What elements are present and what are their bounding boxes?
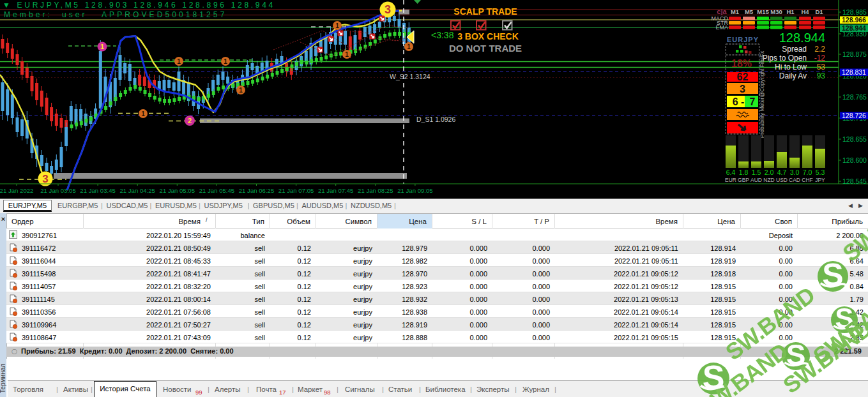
svg-text:128.875: 128.875 [842, 50, 867, 58]
svg-text:128.765: 128.765 [842, 93, 867, 101]
svg-text:Spread: Spread [782, 45, 807, 54]
svg-text:7.0: 7.0 [803, 169, 812, 176]
svg-text:USD: USD [776, 177, 788, 183]
svg-text:6.4: 6.4 [726, 169, 736, 176]
svg-text:128.966: 128.966 [842, 16, 866, 24]
svg-text:62: 62 [737, 71, 749, 82]
svg-text:W_S2 1.3124: W_S2 1.3124 [390, 73, 430, 80]
svg-text:3 BOX CHECK: 3 BOX CHECK [457, 31, 519, 41]
svg-text:Daily Av: Daily Av [779, 71, 807, 80]
svg-text:1: 1 [177, 58, 181, 65]
svg-text:128.831: 128.831 [842, 68, 866, 76]
svg-text:Hi to Low: Hi to Low [775, 63, 807, 71]
svg-text:6 -: 6 - [733, 96, 745, 107]
svg-text:H4: H4 [801, 8, 809, 15]
svg-text:D1: D1 [815, 8, 823, 15]
svg-text:3: 3 [42, 173, 48, 185]
svg-text:EURJPY: EURJPY [727, 36, 759, 43]
svg-text:1: 1 [345, 51, 349, 58]
svg-text:SCALP TRADE: SCALP TRADE [453, 6, 517, 17]
svg-text:21 Jan 03:05: 21 Jan 03:05 [40, 187, 75, 194]
svg-text:EUR: EUR [725, 177, 736, 183]
svg-text:AUD: AUD [750, 177, 762, 183]
svg-text:3: 3 [385, 3, 391, 16]
svg-text:GBP: GBP [738, 177, 749, 183]
svg-text:3: 3 [740, 84, 745, 94]
svg-text:-12: -12 [814, 54, 826, 63]
svg-text:2.2: 2.2 [814, 45, 825, 54]
svg-text:M1: M1 [731, 8, 740, 15]
svg-text:EMA: EMA [715, 24, 728, 31]
svg-text:4.7: 4.7 [777, 169, 787, 176]
svg-text:1: 1 [100, 43, 104, 50]
svg-text:128.985: 128.985 [842, 8, 867, 16]
svg-text:D_S1 1.0926: D_S1 1.0926 [416, 116, 455, 123]
svg-text:CHF: CHF [802, 177, 812, 183]
svg-text:NZD: NZD [763, 177, 774, 183]
svg-text:21 Jan 04:25: 21 Jan 04:25 [119, 187, 155, 194]
svg-text:1: 1 [224, 58, 227, 65]
svg-text:2.0: 2.0 [765, 169, 774, 176]
svg-text:128.944: 128.944 [842, 24, 866, 32]
svg-text:Member: user APPROVED500181: Member: user APPROVED500181257 [4, 10, 227, 19]
svg-text:93: 93 [817, 71, 826, 80]
svg-text:1.5: 1.5 [752, 169, 761, 176]
svg-text:1: 1 [407, 43, 411, 50]
svg-text:5.3: 5.3 [816, 169, 825, 176]
svg-text:128.944: 128.944 [779, 31, 825, 45]
svg-text:21 Jan 05:45: 21 Jan 05:45 [199, 187, 234, 194]
svg-text:128.545: 128.545 [842, 177, 867, 185]
svg-text:2: 2 [188, 117, 192, 124]
svg-text:1: 1 [141, 110, 145, 117]
svg-text:M15: M15 [757, 8, 769, 15]
svg-text:H1: H1 [786, 8, 795, 15]
svg-text:<3:38: <3:38 [431, 30, 454, 40]
svg-text:21 Jan 07:45: 21 Jan 07:45 [318, 187, 353, 194]
svg-text:21 Jan 09:05: 21 Jan 09:05 [397, 187, 432, 194]
svg-text:21 Jan 2022: 21 Jan 2022 [0, 187, 33, 194]
svg-text:M5: M5 [745, 8, 754, 15]
svg-text:21 Jan 05:05: 21 Jan 05:05 [160, 187, 195, 194]
svg-text:▼ EURJPY,M5 128.903 128.946 1: ▼ EURJPY,M5 128.903 128.946 128.896 128.… [3, 1, 275, 10]
svg-text:21 Jan 03:45: 21 Jan 03:45 [80, 187, 115, 194]
svg-text:128.600: 128.600 [842, 156, 867, 164]
svg-text:21 Jan 07:05: 21 Jan 07:05 [278, 187, 314, 194]
svg-text:CAD: CAD [789, 177, 800, 183]
svg-text:Pips to Open: Pips to Open [763, 54, 807, 63]
svg-text:M30: M30 [770, 8, 782, 15]
svg-text:53: 53 [817, 63, 826, 71]
svg-text:1: 1 [335, 22, 339, 29]
svg-text:cja: cja [717, 8, 727, 15]
svg-text:DO NOT TRADE: DO NOT TRADE [449, 43, 522, 54]
svg-text:3.0: 3.0 [790, 169, 800, 176]
svg-text:7: 7 [750, 96, 756, 107]
svg-text:128.655: 128.655 [842, 135, 867, 143]
svg-text:1: 1 [239, 87, 243, 94]
svg-text:128.726: 128.726 [842, 112, 866, 119]
svg-text:JPY: JPY [815, 177, 825, 183]
svg-text:21 Jan 06:25: 21 Jan 06:25 [239, 187, 274, 194]
svg-text:Probability Meter@Copyright Fi: Probability Meter@Copyright FibsFx [759, 50, 765, 138]
svg-text:21 Jan 08:25: 21 Jan 08:25 [358, 187, 393, 194]
svg-text:1.8: 1.8 [739, 169, 749, 176]
svg-text:18%: 18% [731, 58, 752, 69]
